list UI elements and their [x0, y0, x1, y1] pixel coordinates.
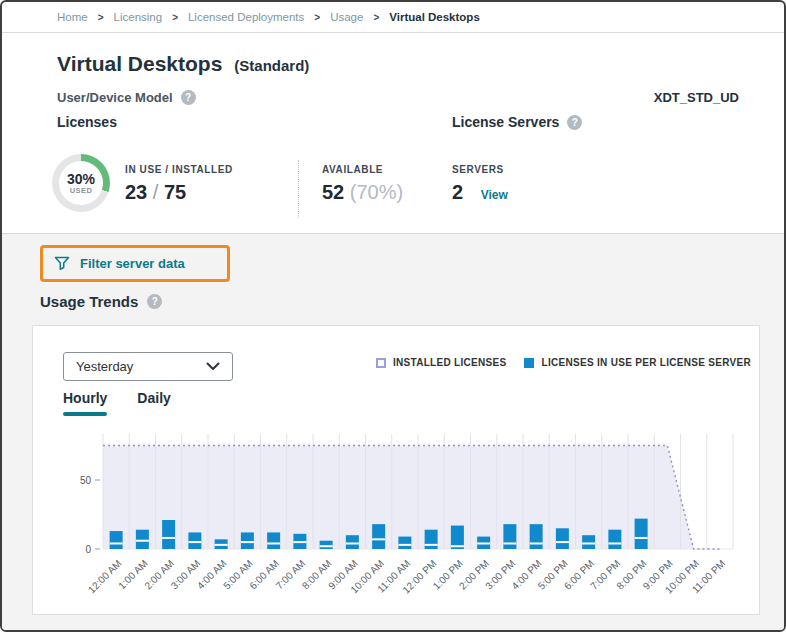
legend-swatch-icon: [376, 358, 386, 368]
breadcrumb-link[interactable]: Usage: [330, 11, 363, 23]
usage-trends-title: Usage Trends: [40, 293, 138, 310]
breadcrumb-separator-icon: >: [314, 12, 320, 23]
available-caption: AVAILABLE: [322, 164, 403, 175]
usage-bar: [136, 530, 149, 549]
lower-section: Filter server data Usage Trends ? Yester…: [2, 233, 784, 630]
licensing-usage-page: Home>Licensing>Licensed Deployments>Usag…: [0, 0, 786, 632]
legend-label: INSTALLED LICENSES: [393, 357, 507, 368]
usage-bar: [188, 532, 201, 549]
usage-bar: [346, 535, 359, 549]
breadcrumb-separator-icon: >: [98, 12, 104, 23]
available-percent: (70%): [350, 181, 403, 203]
usage-bar: [425, 530, 438, 549]
breadcrumb-current: Virtual Desktops: [389, 11, 480, 23]
filter-funnel-icon: [54, 256, 71, 272]
usage-bar: [162, 520, 175, 549]
in-use-value: 23: [125, 181, 147, 203]
x-tick-label: 12:00 AM: [86, 558, 124, 596]
usage-bar: [267, 532, 280, 549]
usage-bar: [398, 537, 411, 549]
model-label: User/Device Model: [57, 90, 173, 105]
in-use-installed-value: 23 / 75: [125, 181, 233, 204]
breadcrumb-separator-icon: >: [373, 12, 379, 23]
model-row: User/Device Model ? XDT_STD_UD: [57, 90, 739, 105]
servers-metric: SERVERS 2 View: [452, 164, 508, 204]
usage-trends-heading-row: Usage Trends ?: [40, 293, 162, 310]
in-use-installed-caption: IN USE / INSTALLED: [125, 164, 233, 175]
usage-donut-chart: 30% USED: [52, 154, 110, 212]
annotation-highlight-box: Filter server data: [40, 245, 230, 282]
help-icon[interactable]: ?: [567, 115, 582, 130]
licenses-section-label: Licenses: [57, 114, 117, 130]
chevron-down-icon: [206, 362, 220, 371]
donut-used-label: USED: [70, 186, 92, 195]
y-tick-label: 50: [80, 475, 92, 486]
header-section: Virtual Desktops (Standard) User/Device …: [2, 33, 784, 233]
usage-bar: [556, 528, 569, 549]
breadcrumb-link[interactable]: Licensed Deployments: [188, 11, 304, 23]
tab-daily[interactable]: Daily: [137, 390, 170, 422]
usage-bar: [608, 530, 621, 549]
filter-button-label: Filter server data: [80, 256, 185, 271]
license-servers-section-label-row: License Servers ?: [452, 114, 582, 130]
servers-count: 2: [452, 181, 463, 203]
breadcrumb-link[interactable]: Licensing: [114, 11, 163, 23]
tab-hourly[interactable]: Hourly: [63, 390, 107, 422]
available-value: 52: [322, 181, 344, 203]
date-range-dropdown[interactable]: Yesterday: [63, 352, 233, 381]
legend-label: LICENSES IN USE PER LICENSE SERVER: [541, 357, 751, 368]
donut-percent-used: 30%: [67, 172, 95, 186]
legend-swatch-icon: [524, 358, 534, 368]
date-range-selected-value: Yesterday: [76, 359, 206, 374]
granularity-tabs: HourlyDaily: [63, 390, 171, 422]
usage-bar: [320, 541, 333, 549]
usage-bar: [372, 524, 385, 549]
usage-bar: [530, 524, 543, 549]
usage-trends-card: Yesterday INSTALLED LICENSESLICENSES IN …: [32, 325, 760, 615]
breadcrumb-link[interactable]: Home: [57, 11, 88, 23]
usage-bar: [635, 519, 648, 549]
usage-bar: [582, 535, 595, 549]
slash-separator: /: [153, 181, 164, 203]
available-metric: AVAILABLE 52 (70%): [322, 164, 403, 204]
help-icon[interactable]: ?: [147, 294, 162, 309]
page-edition: (Standard): [234, 57, 309, 74]
installed-value: 75: [164, 181, 186, 203]
usage-bar: [241, 532, 254, 549]
help-icon[interactable]: ?: [181, 90, 196, 105]
in-use-installed-metric: IN USE / INSTALLED 23 / 75: [125, 164, 233, 204]
title-row: Virtual Desktops (Standard): [57, 52, 309, 76]
y-tick-label: 0: [85, 544, 91, 555]
breadcrumb-separator-icon: >: [172, 12, 178, 23]
usage-bar: [503, 524, 516, 549]
license-servers-section-label: License Servers: [452, 114, 559, 130]
page-title: Virtual Desktops: [57, 52, 222, 76]
model-code: XDT_STD_UD: [654, 90, 739, 105]
legend-item[interactable]: INSTALLED LICENSES: [376, 357, 507, 368]
available-value-row: 52 (70%): [322, 181, 403, 204]
legend-item[interactable]: LICENSES IN USE PER LICENSE SERVER: [524, 357, 751, 368]
chart-legend: INSTALLED LICENSESLICENSES IN USE PER LI…: [376, 357, 751, 368]
vertical-dotted-divider: [298, 160, 299, 218]
usage-trends-chart: 05012:00 AM1:00 AM2:00 AM3:00 AM4:00 AM5…: [43, 426, 751, 612]
servers-caption: SERVERS: [452, 164, 508, 175]
view-servers-link[interactable]: View: [481, 188, 508, 202]
filter-server-data-button[interactable]: Filter server data: [54, 256, 185, 272]
usage-bar: [110, 531, 123, 549]
breadcrumb: Home>Licensing>Licensed Deployments>Usag…: [2, 2, 784, 33]
servers-value-row: 2 View: [452, 181, 508, 204]
donut-center: 30% USED: [52, 154, 110, 212]
